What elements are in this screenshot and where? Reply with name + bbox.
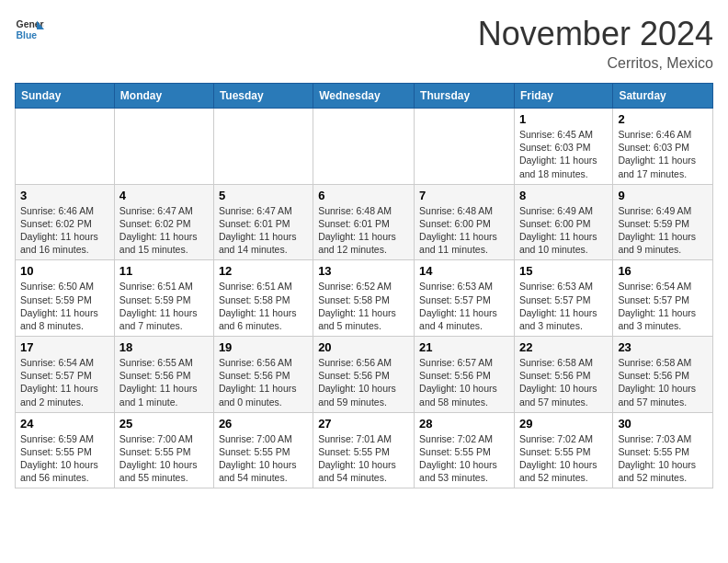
- day-info: Sunrise: 6:49 AM Sunset: 5:59 PM Dayligh…: [618, 204, 708, 257]
- day-number: 30: [618, 417, 708, 431]
- day-info: Sunrise: 6:50 AM Sunset: 5:59 PM Dayligh…: [20, 280, 109, 332]
- day-number: 22: [519, 340, 608, 354]
- day-number: 10: [20, 264, 109, 278]
- calendar-cell: 7Sunrise: 6:48 AM Sunset: 6:00 PM Daylig…: [415, 184, 515, 260]
- calendar-cell: 14Sunrise: 6:53 AM Sunset: 5:57 PM Dayli…: [415, 260, 515, 337]
- day-info: Sunrise: 6:46 AM Sunset: 6:03 PM Dayligh…: [618, 128, 708, 180]
- day-number: 27: [318, 417, 409, 431]
- calendar-cell: 22Sunrise: 6:58 AM Sunset: 5:56 PM Dayli…: [514, 337, 612, 413]
- calendar-cell: 15Sunrise: 6:53 AM Sunset: 5:57 PM Dayli…: [514, 260, 612, 337]
- calendar-cell: 20Sunrise: 6:56 AM Sunset: 5:56 PM Dayli…: [313, 337, 415, 413]
- calendar-cell: 27Sunrise: 7:01 AM Sunset: 5:55 PM Dayli…: [313, 412, 415, 488]
- day-number: 26: [219, 417, 308, 431]
- calendar-cell: 12Sunrise: 6:51 AM Sunset: 5:58 PM Dayli…: [213, 260, 313, 337]
- calendar-cell: 6Sunrise: 6:48 AM Sunset: 6:01 PM Daylig…: [313, 184, 415, 260]
- day-header-tuesday: Tuesday: [213, 84, 313, 109]
- day-number: 4: [119, 189, 209, 202]
- day-number: 19: [219, 340, 308, 354]
- day-info: Sunrise: 6:47 AM Sunset: 6:02 PM Dayligh…: [119, 204, 209, 257]
- day-number: 13: [318, 264, 409, 278]
- day-info: Sunrise: 6:56 AM Sunset: 5:56 PM Dayligh…: [219, 356, 308, 408]
- day-header-thursday: Thursday: [415, 84, 515, 109]
- day-number: 5: [219, 189, 308, 202]
- day-number: 9: [618, 189, 708, 202]
- calendar-cell: 26Sunrise: 7:00 AM Sunset: 5:55 PM Dayli…: [213, 412, 313, 488]
- week-row-3: 10Sunrise: 6:50 AM Sunset: 5:59 PM Dayli…: [16, 260, 713, 337]
- calendar-cell: 5Sunrise: 6:47 AM Sunset: 6:01 PM Daylig…: [213, 184, 313, 260]
- day-info: Sunrise: 6:51 AM Sunset: 5:58 PM Dayligh…: [219, 280, 308, 332]
- day-number: 18: [119, 340, 209, 354]
- day-number: 17: [20, 340, 109, 354]
- calendar-cell: 2Sunrise: 6:46 AM Sunset: 6:03 PM Daylig…: [613, 109, 713, 185]
- calendar-cell: 21Sunrise: 6:57 AM Sunset: 5:56 PM Dayli…: [415, 337, 515, 413]
- calendar-cell: 3Sunrise: 6:46 AM Sunset: 6:02 PM Daylig…: [16, 184, 115, 260]
- calendar-cell: 23Sunrise: 6:58 AM Sunset: 5:56 PM Dayli…: [613, 337, 713, 413]
- day-number: 6: [318, 189, 409, 202]
- day-number: 21: [419, 340, 509, 354]
- location: Cerritos, Mexico: [478, 55, 713, 72]
- day-info: Sunrise: 6:52 AM Sunset: 5:58 PM Dayligh…: [318, 280, 409, 332]
- day-info: Sunrise: 6:48 AM Sunset: 6:00 PM Dayligh…: [419, 204, 509, 257]
- calendar-cell: [213, 109, 313, 185]
- day-info: Sunrise: 6:56 AM Sunset: 5:56 PM Dayligh…: [318, 356, 409, 408]
- title-block: November 2024 Cerritos, Mexico: [478, 15, 713, 72]
- calendar-table: SundayMondayTuesdayWednesdayThursdayFrid…: [15, 83, 713, 488]
- calendar-cell: 1Sunrise: 6:45 AM Sunset: 6:03 PM Daylig…: [514, 109, 612, 185]
- day-info: Sunrise: 6:55 AM Sunset: 5:56 PM Dayligh…: [119, 356, 209, 408]
- day-header-friday: Friday: [514, 84, 612, 109]
- day-info: Sunrise: 6:59 AM Sunset: 5:55 PM Dayligh…: [20, 432, 109, 485]
- calendar-cell: 25Sunrise: 7:00 AM Sunset: 5:55 PM Dayli…: [114, 412, 213, 488]
- day-number: 14: [419, 264, 509, 278]
- week-row-1: 1Sunrise: 6:45 AM Sunset: 6:03 PM Daylig…: [16, 109, 713, 185]
- day-header-saturday: Saturday: [613, 84, 713, 109]
- day-info: Sunrise: 6:58 AM Sunset: 5:56 PM Dayligh…: [519, 356, 608, 408]
- day-number: 28: [419, 417, 509, 431]
- header-row: SundayMondayTuesdayWednesdayThursdayFrid…: [16, 84, 713, 109]
- day-info: Sunrise: 6:53 AM Sunset: 5:57 PM Dayligh…: [419, 280, 509, 332]
- calendar-cell: 10Sunrise: 6:50 AM Sunset: 5:59 PM Dayli…: [16, 260, 115, 337]
- svg-text:Blue: Blue: [17, 30, 38, 40]
- logo: General Blue: [15, 15, 44, 44]
- day-number: 7: [419, 189, 509, 202]
- calendar-cell: [415, 109, 515, 185]
- day-info: Sunrise: 6:49 AM Sunset: 6:00 PM Dayligh…: [519, 204, 608, 257]
- day-header-wednesday: Wednesday: [313, 84, 415, 109]
- day-info: Sunrise: 7:00 AM Sunset: 5:55 PM Dayligh…: [219, 432, 308, 485]
- calendar-cell: 18Sunrise: 6:55 AM Sunset: 5:56 PM Dayli…: [114, 337, 213, 413]
- day-number: 25: [119, 417, 209, 431]
- day-number: 23: [618, 340, 708, 354]
- calendar-cell: 17Sunrise: 6:54 AM Sunset: 5:57 PM Dayli…: [16, 337, 115, 413]
- calendar-cell: 24Sunrise: 6:59 AM Sunset: 5:55 PM Dayli…: [16, 412, 115, 488]
- calendar-cell: [114, 109, 213, 185]
- day-number: 15: [519, 264, 608, 278]
- day-number: 12: [219, 264, 308, 278]
- week-row-2: 3Sunrise: 6:46 AM Sunset: 6:02 PM Daylig…: [16, 184, 713, 260]
- day-info: Sunrise: 6:45 AM Sunset: 6:03 PM Dayligh…: [519, 128, 608, 180]
- month-title: November 2024: [478, 15, 713, 53]
- day-info: Sunrise: 6:53 AM Sunset: 5:57 PM Dayligh…: [519, 280, 608, 332]
- calendar-cell: 16Sunrise: 6:54 AM Sunset: 5:57 PM Dayli…: [613, 260, 713, 337]
- day-number: 2: [618, 112, 708, 126]
- day-info: Sunrise: 7:01 AM Sunset: 5:55 PM Dayligh…: [318, 432, 409, 485]
- day-info: Sunrise: 7:02 AM Sunset: 5:55 PM Dayligh…: [519, 432, 608, 485]
- day-number: 3: [20, 189, 109, 202]
- day-info: Sunrise: 7:00 AM Sunset: 5:55 PM Dayligh…: [119, 432, 209, 485]
- calendar-cell: 9Sunrise: 6:49 AM Sunset: 5:59 PM Daylig…: [613, 184, 713, 260]
- day-number: 16: [618, 264, 708, 278]
- day-info: Sunrise: 6:54 AM Sunset: 5:57 PM Dayligh…: [20, 356, 109, 408]
- day-info: Sunrise: 6:47 AM Sunset: 6:01 PM Dayligh…: [219, 204, 308, 257]
- day-number: 24: [20, 417, 109, 431]
- calendar-cell: 4Sunrise: 6:47 AM Sunset: 6:02 PM Daylig…: [114, 184, 213, 260]
- day-info: Sunrise: 6:57 AM Sunset: 5:56 PM Dayligh…: [419, 356, 509, 408]
- day-number: 8: [519, 189, 608, 202]
- day-info: Sunrise: 6:46 AM Sunset: 6:02 PM Dayligh…: [20, 204, 109, 257]
- calendar-cell: 30Sunrise: 7:03 AM Sunset: 5:55 PM Dayli…: [613, 412, 713, 488]
- calendar-cell: 19Sunrise: 6:56 AM Sunset: 5:56 PM Dayli…: [213, 337, 313, 413]
- page-header: General Blue November 2024 Cerritos, Mex…: [15, 15, 713, 72]
- day-info: Sunrise: 6:58 AM Sunset: 5:56 PM Dayligh…: [618, 356, 708, 408]
- day-info: Sunrise: 7:03 AM Sunset: 5:55 PM Dayligh…: [618, 432, 708, 485]
- calendar-cell: 13Sunrise: 6:52 AM Sunset: 5:58 PM Dayli…: [313, 260, 415, 337]
- week-row-4: 17Sunrise: 6:54 AM Sunset: 5:57 PM Dayli…: [16, 337, 713, 413]
- day-number: 1: [519, 112, 608, 126]
- day-info: Sunrise: 7:02 AM Sunset: 5:55 PM Dayligh…: [419, 432, 509, 485]
